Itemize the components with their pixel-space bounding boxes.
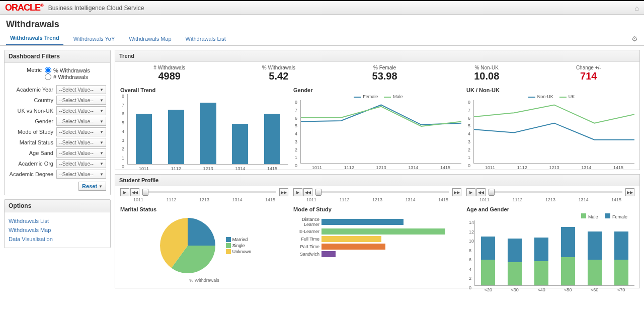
- filter-select-5[interactable]: --Select Value--▼: [56, 138, 106, 147]
- stacked-bar-<60: [588, 231, 602, 285]
- pie-slice-married: [188, 218, 215, 246]
- rewind-icon[interactable]: ◀◀: [303, 188, 312, 196]
- age-gender-chart: Age and Gender Male Female 02468101214<2…: [466, 206, 634, 286]
- play-icon[interactable]: ▶: [293, 188, 302, 196]
- trend-title: Trend: [115, 50, 639, 62]
- tab-withdrawals-list[interactable]: Withdrawals List: [182, 33, 230, 45]
- option-link-0[interactable]: Withdrawals List: [9, 216, 106, 225]
- filter-select-4[interactable]: --Select Value--▼: [56, 127, 106, 136]
- bar-1314: [232, 124, 248, 165]
- gender-chart: Gender FemaleMale 0123456781011111212131…: [293, 87, 461, 165]
- hbar-3: Part Time: [293, 244, 461, 250]
- timeline-player-0: ▶ ◀◀ ▶▶ 10111112121313141415: [120, 188, 288, 202]
- timeline-track[interactable]: [315, 191, 449, 193]
- filter-label-2: UK vs Non-UK: [9, 108, 56, 114]
- rewind-icon[interactable]: ◀◀: [476, 188, 486, 196]
- filter-select-1[interactable]: --Select Value--▼: [56, 96, 106, 105]
- metric-radio-pct[interactable]: % Withdrawals: [45, 67, 90, 73]
- kpi-1: % Withdrawals 5.42: [262, 65, 295, 82]
- kpi-0: # Withdrawals 4989: [153, 65, 185, 82]
- stacked-bar-<40: [534, 238, 548, 285]
- option-link-2[interactable]: Data Visualisation: [9, 235, 106, 244]
- bar-1213: [200, 103, 216, 165]
- filter-select-0[interactable]: --Select Value--▼: [56, 85, 106, 94]
- play-icon[interactable]: ▶: [466, 188, 475, 196]
- bar-1112: [168, 110, 184, 165]
- timeline-player-2: ▶ ◀◀ ▶▶ 10111112121313141415: [466, 188, 634, 202]
- filter-label-4: Mode of Study: [9, 129, 56, 135]
- hbar-4: Sandwich: [293, 251, 461, 257]
- filter-select-7[interactable]: --Select Value--▼: [56, 159, 106, 168]
- page-title: Withdrawals: [0, 15, 644, 32]
- tabs-bar: Withdrawals Trend Withdrawals YoY Withdr…: [0, 32, 644, 46]
- hbar-1: E-Learner: [293, 228, 461, 235]
- hbar-2: Full Time: [293, 236, 461, 242]
- stacked-bar-<20: [481, 237, 495, 285]
- filter-label-7: Academic Org: [9, 161, 56, 167]
- forward-icon[interactable]: ▶▶: [625, 188, 634, 196]
- metric-label: Metric: [9, 67, 45, 73]
- option-link-1[interactable]: Withdrawals Map: [9, 225, 106, 235]
- reset-button[interactable]: Reset▼: [78, 182, 106, 191]
- marital-status-chart: Marital Status MarriedSingleUnknown % Wi…: [120, 206, 288, 286]
- filter-select-6[interactable]: --Select Value--▼: [56, 148, 106, 158]
- tab-withdrawals-yoy[interactable]: Withdrawals YoY: [69, 33, 119, 45]
- stacked-bar-<30: [508, 239, 522, 285]
- forward-icon[interactable]: ▶▶: [452, 188, 461, 196]
- tab-withdrawals-map[interactable]: Withdrawals Map: [125, 33, 175, 45]
- bar-1011: [136, 114, 152, 164]
- timeline-track[interactable]: [142, 191, 276, 193]
- stacked-bar-<70: [614, 231, 628, 285]
- student-profile-title: Student Profile: [115, 175, 639, 186]
- top-bar: ORACLE® Business Intelligence Cloud Serv…: [0, 0, 644, 15]
- oracle-logo: ORACLE®: [5, 3, 43, 13]
- student-profile-section: Student Profile ▶ ◀◀ ▶▶ 1011111212131314…: [115, 174, 640, 288]
- forward-icon[interactable]: ▶▶: [279, 188, 288, 196]
- filter-label-1: Country: [9, 97, 56, 103]
- filter-label-6: Age Band: [9, 150, 56, 156]
- uk-nonuk-chart: UK / Non-UK Non-UKUK 0123456781011111212…: [466, 87, 634, 165]
- timeline-player-1: ▶ ◀◀ ▶▶ 10111112121313141415: [293, 188, 461, 202]
- play-icon[interactable]: ▶: [120, 188, 129, 196]
- kpi-2: % Female 53.98: [372, 65, 397, 82]
- rewind-icon[interactable]: ◀◀: [130, 188, 139, 196]
- timeline-thumb[interactable]: [315, 189, 321, 196]
- timeline-thumb[interactable]: [142, 189, 148, 196]
- filters-title: Dashboard Filters: [5, 50, 110, 63]
- hbar-0: Distance Learner: [293, 217, 461, 227]
- filter-select-3[interactable]: --Select Value--▼: [56, 117, 106, 126]
- gear-icon[interactable]: ⚙: [631, 35, 638, 43]
- stacked-bar-<50: [561, 227, 575, 285]
- trend-section: Trend # Withdrawals 4989 % Withdrawals 5…: [115, 50, 640, 170]
- options-title: Options: [5, 200, 110, 212]
- options-panel: Options Withdrawals ListWithdrawals MapD…: [4, 199, 111, 248]
- filter-label-0: Academic Year: [9, 87, 56, 93]
- timeline-thumb[interactable]: [489, 189, 495, 196]
- bar-1415: [264, 114, 280, 164]
- filter-label-8: Academic Degree: [9, 171, 56, 177]
- metric-radio-num[interactable]: # Withdrawals: [45, 73, 90, 80]
- tab-withdrawals-trend[interactable]: Withdrawals Trend: [6, 32, 63, 45]
- product-subtitle: Business Intelligence Cloud Service: [48, 5, 144, 12]
- dashboard-filters-panel: Dashboard Filters Metric % Withdrawals #…: [4, 50, 111, 195]
- home-icon[interactable]: ⌂: [635, 4, 639, 12]
- filter-select-8[interactable]: --Select Value--▼: [56, 170, 106, 179]
- filter-label-5: Marital Status: [9, 139, 56, 145]
- kpi-3: % Non-UK 10.08: [474, 65, 499, 82]
- timeline-track[interactable]: [489, 191, 622, 193]
- filter-label-3: Gender: [9, 118, 56, 124]
- mode-of-study-chart: Mode of Study Distance Learner E-Learner…: [293, 206, 461, 286]
- content-area: Trend # Withdrawals 4989 % Withdrawals 5…: [115, 46, 644, 310]
- sidebar: Dashboard Filters Metric % Withdrawals #…: [0, 46, 115, 310]
- overall-trend-chart: Overall Trend 01234567810111112121313141…: [120, 87, 288, 165]
- kpi-4: Change +/- 714: [576, 65, 601, 82]
- filter-select-2[interactable]: --Select Value--▼: [56, 106, 106, 115]
